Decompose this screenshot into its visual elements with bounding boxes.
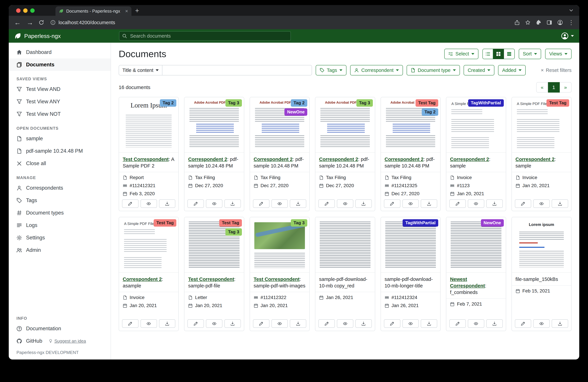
preview-button[interactable]	[141, 200, 157, 208]
edit-button[interactable]	[188, 319, 204, 328]
tag-badge[interactable]: NewOne	[284, 108, 307, 116]
sidebar-item-document-types[interactable]: Document types	[9, 207, 111, 219]
tag-badge[interactable]: Test Tag	[546, 99, 569, 107]
document-thumbnail[interactable]: NewOne	[446, 217, 506, 273]
document-title-link[interactable]: Correspondent 2: pdf-sample 10.24.48 PM	[381, 153, 440, 172]
preview-button[interactable]	[533, 200, 550, 208]
document-title-link[interactable]: Test Correspondent: sample-pdf-file	[184, 273, 244, 292]
filter-field-dropdown[interactable]: Title & content	[119, 65, 162, 75]
edit-button[interactable]	[253, 200, 270, 208]
preview-button[interactable]	[468, 319, 484, 328]
preview-button[interactable]	[337, 200, 353, 208]
tag-badge[interactable]: Tag 2	[291, 99, 307, 107]
sidebar-item-saved-view-any[interactable]: Test View ANY	[9, 95, 111, 108]
document-type-filter-button[interactable]: Document type	[407, 65, 460, 75]
reset-filters-button[interactable]: × Reset filters	[541, 67, 571, 73]
tag-badge[interactable]: NewOne	[481, 219, 504, 227]
document-thumbnail[interactable]: Lorem ipsum	[512, 217, 571, 273]
document-thumbnail[interactable]: Tag 3	[250, 217, 309, 273]
download-button[interactable]	[486, 319, 503, 328]
views-button[interactable]: Views	[545, 49, 571, 59]
document-card[interactable]: Lorem ipsum file-sample_150kBs Feb 15, 2…	[511, 217, 571, 331]
edit-button[interactable]	[515, 200, 531, 208]
correspondent-link[interactable]: Correspondent 2	[516, 157, 555, 162]
profile-avatar-icon[interactable]	[557, 20, 563, 25]
back-button[interactable]: ←	[14, 19, 21, 26]
edit-button[interactable]	[122, 200, 139, 208]
document-card[interactable]: A Simple PDF File Test Tag Correspondent…	[119, 217, 179, 331]
previous-page-button[interactable]: «	[536, 82, 548, 93]
close-window-button[interactable]	[16, 8, 21, 13]
download-button[interactable]	[486, 200, 503, 208]
select-button[interactable]: Select	[444, 49, 478, 59]
suggest-idea-link[interactable]: Suggest an idea	[49, 339, 86, 344]
document-title-link[interactable]: Correspondent 2: pdf-sample 10.24.48 PM	[184, 153, 244, 172]
download-button[interactable]	[355, 319, 372, 328]
maximize-window-button[interactable]	[30, 8, 35, 13]
document-thumbnail[interactable]: Adobe Acrobat PDF Files Tag 3	[184, 97, 244, 153]
preview-button[interactable]	[337, 319, 353, 328]
extensions-puzzle-icon[interactable]	[536, 20, 541, 25]
document-thumbnail[interactable]	[315, 217, 375, 273]
document-thumbnail[interactable]: Test TagTag 3	[184, 217, 244, 273]
document-title-link[interactable]: Test Correspondent: sample-pdf-with-imag…	[250, 273, 309, 292]
download-button[interactable]	[290, 200, 306, 208]
document-card[interactable]: Adobe Acrobat PDF Files Tag 2NewOne Corr…	[250, 97, 310, 211]
edit-button[interactable]	[384, 319, 400, 328]
browser-menu-icon[interactable]: ⋮	[568, 19, 574, 26]
tab-search-icon[interactable]	[569, 8, 573, 13]
tag-badge[interactable]: Tag 2	[422, 108, 438, 116]
edit-button[interactable]	[253, 319, 270, 328]
search-input[interactable]	[119, 31, 291, 41]
preview-button[interactable]	[468, 200, 484, 208]
tag-badge[interactable]: TagWithPartial	[403, 219, 438, 227]
sidebar-item-settings[interactable]: Settings	[9, 231, 111, 244]
correspondent-link[interactable]: Test Correspondent	[254, 277, 299, 282]
preview-button[interactable]	[141, 319, 157, 328]
download-button[interactable]	[355, 200, 372, 208]
tag-badge[interactable]: Tag 2	[160, 99, 176, 107]
browser-tab[interactable]: Documents - Paperless-ngx ×	[56, 6, 131, 16]
document-title-link[interactable]: sample-pdf-download-10-mb-longer-title	[381, 273, 440, 292]
minimize-window-button[interactable]	[23, 8, 28, 13]
share-icon[interactable]	[514, 20, 520, 25]
sidebar-item-dashboard[interactable]: Dashboard	[9, 46, 111, 59]
tag-badge[interactable]: Tag 3	[291, 219, 307, 227]
download-button[interactable]	[421, 319, 437, 328]
document-title-link[interactable]: Correspondent 2: sample	[512, 153, 571, 172]
sidebar-item-documents[interactable]: Documents	[9, 59, 111, 71]
download-button[interactable]	[552, 319, 568, 328]
download-button[interactable]	[552, 200, 568, 208]
sidebar-item-github[interactable]: GitHub Suggest an idea	[9, 335, 111, 347]
sort-button[interactable]: Sort	[519, 49, 541, 59]
next-page-button[interactable]: »	[560, 82, 571, 93]
sidebar-item-logs[interactable]: Logs	[9, 219, 111, 231]
preview-button[interactable]	[402, 200, 419, 208]
sidebar-item-tags[interactable]: Tags	[9, 194, 111, 207]
tag-badge[interactable]: Test Tag	[416, 99, 438, 107]
filter-text-input[interactable]	[162, 65, 312, 75]
document-card[interactable]: Adobe Acrobat PDF Files Tag 3 Correspond…	[315, 97, 375, 211]
document-title-link[interactable]: file-sample_150kBs	[512, 273, 571, 285]
preview-button[interactable]	[272, 200, 288, 208]
document-card[interactable]: TagWithPartial sample-pdf-download-10-mb…	[380, 217, 441, 331]
current-page-button[interactable]: 1	[548, 82, 560, 93]
side-panel-icon[interactable]	[547, 20, 552, 25]
correspondent-link[interactable]: Correspondent 2	[450, 157, 489, 162]
document-thumbnail[interactable]: TagWithPartial	[381, 217, 440, 273]
download-button[interactable]	[159, 319, 175, 328]
correspondent-link[interactable]: Test Correspondent	[188, 277, 234, 282]
correspondent-link[interactable]: Test Correspondent	[123, 157, 168, 162]
added-filter-button[interactable]: Added	[498, 65, 526, 75]
document-thumbnail[interactable]: Lorem Ipsum Tag 2	[119, 97, 178, 153]
download-button[interactable]	[159, 200, 175, 208]
correspondent-link[interactable]: Correspondent 2	[385, 157, 424, 162]
tag-badge[interactable]: Tag 3	[225, 99, 242, 107]
edit-button[interactable]	[449, 319, 466, 328]
document-thumbnail[interactable]: Adobe Acrobat PDF Files Tag 2NewOne	[250, 97, 309, 153]
site-info-icon[interactable]	[50, 20, 56, 25]
edit-button[interactable]	[188, 200, 204, 208]
sidebar-item-correspondents[interactable]: Correspondents	[9, 182, 111, 194]
document-title-link[interactable]: Newest Correspondent: f_combineds	[446, 273, 506, 298]
document-title-link[interactable]: Correspondent 2: asample	[119, 273, 178, 292]
